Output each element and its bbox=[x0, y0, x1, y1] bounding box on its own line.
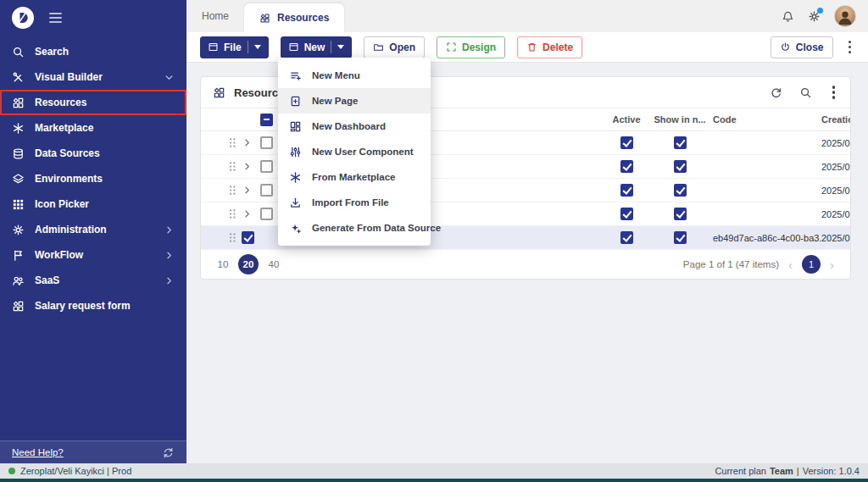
row-checkbox[interactable] bbox=[242, 231, 254, 244]
column-header-active[interactable]: Active bbox=[612, 114, 640, 125]
menu-item-label: New Page bbox=[312, 96, 358, 106]
sidebar-item-label: Environments bbox=[35, 173, 103, 185]
new-page-icon bbox=[289, 95, 302, 108]
expand-row-icon[interactable] bbox=[242, 185, 253, 196]
notifications-button[interactable] bbox=[782, 10, 794, 23]
sidebar-item-workflow[interactable]: WorkFlow bbox=[0, 242, 186, 268]
row-checkbox[interactable] bbox=[260, 136, 273, 149]
show-in-nav-checkbox[interactable] bbox=[674, 184, 687, 197]
previous-page-button[interactable]: ‹ bbox=[784, 258, 797, 272]
menu-item-new-menu[interactable]: New Menu bbox=[278, 63, 431, 88]
sidebar-item-salary-request-form[interactable]: Salary request form bbox=[0, 293, 186, 319]
delete-button-label: Delete bbox=[542, 42, 573, 53]
close-button[interactable]: Close bbox=[771, 36, 833, 58]
page-size-option[interactable]: 20 bbox=[238, 254, 259, 274]
status-divider: | bbox=[797, 466, 799, 476]
active-checkbox[interactable] bbox=[620, 160, 633, 173]
show-in-nav-checkbox[interactable] bbox=[674, 160, 687, 173]
sidebar-item-icon-picker[interactable]: Icon Picker bbox=[0, 191, 186, 217]
open-button[interactable]: Open bbox=[364, 36, 425, 58]
menu-item-label: New Dashboard bbox=[312, 121, 386, 131]
grid-icon bbox=[12, 198, 25, 211]
design-button[interactable]: Design bbox=[437, 36, 505, 58]
row-checkbox[interactable] bbox=[260, 208, 273, 220]
row-checkbox[interactable] bbox=[260, 160, 273, 173]
hamburger-menu-icon[interactable] bbox=[49, 13, 62, 23]
caret-down-icon bbox=[254, 45, 261, 49]
sidebar-item-environments[interactable]: Environments bbox=[0, 166, 186, 191]
tab-resources[interactable]: Resources bbox=[244, 3, 344, 32]
drag-handle-icon[interactable] bbox=[226, 184, 239, 197]
new-button[interactable]: New bbox=[281, 36, 353, 58]
menu-item-label: Generate From Data Source bbox=[312, 223, 441, 233]
dashboard-icon bbox=[289, 120, 302, 133]
status-right: Current plan Team | Version: 1.0.4 bbox=[715, 466, 860, 476]
sidebar-item-label: SaaS bbox=[35, 274, 59, 286]
file-button[interactable]: File bbox=[200, 36, 269, 58]
menu-item-label: From Marketplace bbox=[312, 172, 395, 182]
show-in-nav-checkbox[interactable] bbox=[674, 136, 687, 149]
menu-item-new-page[interactable]: New Page bbox=[278, 88, 431, 114]
active-checkbox[interactable] bbox=[620, 208, 633, 220]
creation-cell: 2025/0 bbox=[821, 162, 850, 172]
column-header-show-in-nav[interactable]: Show in n... bbox=[654, 114, 705, 125]
widgets-icon bbox=[12, 300, 25, 313]
tab-home[interactable]: Home bbox=[186, 0, 244, 32]
drag-handle-icon[interactable] bbox=[226, 208, 239, 220]
select-all-checkbox[interactable] bbox=[260, 114, 273, 126]
column-header-code[interactable]: Code bbox=[706, 114, 821, 125]
chevron-right-icon bbox=[164, 224, 175, 235]
page-size-option[interactable]: 10 bbox=[213, 254, 233, 274]
sidebar-item-marketplace[interactable]: Marketplace bbox=[0, 115, 186, 141]
sidebar-item-search[interactable]: Search bbox=[0, 39, 186, 64]
sparkle-icon bbox=[289, 222, 302, 235]
logo-icon bbox=[14, 9, 31, 26]
sidebar-item-visual-builder[interactable]: Visual Builder bbox=[0, 64, 186, 90]
menu-item-import-from-file[interactable]: Import From File bbox=[278, 190, 431, 215]
row-checkbox[interactable] bbox=[260, 184, 273, 197]
page-number-button[interactable]: 1 bbox=[802, 255, 821, 274]
page-size-option[interactable]: 40 bbox=[264, 254, 284, 274]
sidebar-item-resources[interactable]: Resources bbox=[0, 90, 186, 115]
sidebar-item-data-sources[interactable]: Data Sources bbox=[0, 141, 186, 166]
drag-handle-icon[interactable] bbox=[226, 136, 239, 149]
show-in-nav-checkbox[interactable] bbox=[674, 208, 687, 220]
active-checkbox[interactable] bbox=[620, 136, 633, 149]
design-icon bbox=[446, 42, 457, 53]
menu-item-from-marketplace[interactable]: From Marketplace bbox=[278, 164, 431, 190]
user-avatar[interactable] bbox=[834, 5, 856, 27]
expand-row-icon[interactable] bbox=[242, 137, 253, 148]
show-in-nav-checkbox[interactable] bbox=[674, 231, 687, 244]
drag-handle-icon[interactable] bbox=[226, 160, 239, 173]
pagination-info: Page 1 of 1 (47 items) bbox=[683, 259, 779, 269]
sidebar-item-administration[interactable]: Administration bbox=[0, 217, 186, 242]
gear-icon bbox=[12, 224, 25, 236]
menu-item-generate-from-data-source[interactable]: Generate From Data Source bbox=[278, 215, 431, 241]
expand-row-icon[interactable] bbox=[242, 161, 253, 172]
search-icon[interactable] bbox=[799, 86, 812, 99]
active-checkbox[interactable] bbox=[620, 231, 633, 244]
sidebar-item-saas[interactable]: SaaS bbox=[0, 268, 186, 293]
pagination-bar: 10 20 40 Page 1 of 1 (47 items) ‹ 1 › bbox=[201, 250, 850, 279]
delete-button[interactable]: Delete bbox=[517, 36, 582, 58]
menu-item-new-user-component[interactable]: New User Component bbox=[278, 139, 431, 164]
chevron-right-icon bbox=[164, 250, 175, 261]
sliders-icon bbox=[289, 146, 302, 158]
menu-item-new-dashboard[interactable]: New Dashboard bbox=[278, 114, 431, 139]
refresh-icon[interactable] bbox=[770, 86, 782, 99]
page-number-label: 1 bbox=[809, 259, 814, 269]
active-checkbox[interactable] bbox=[620, 184, 633, 197]
app-logo[interactable] bbox=[12, 7, 34, 29]
panel-menu-button[interactable] bbox=[829, 82, 839, 102]
drag-handle-icon[interactable] bbox=[226, 231, 239, 244]
column-header-creation[interactable]: Creatio bbox=[821, 114, 850, 125]
sidebar-item-label: Salary request form bbox=[35, 300, 131, 312]
settings-button[interactable] bbox=[808, 10, 821, 23]
more-options-button[interactable] bbox=[845, 37, 855, 58]
need-help-link[interactable]: Need Help? bbox=[12, 447, 64, 457]
sync-icon[interactable] bbox=[162, 446, 175, 459]
workspace-label: Zeroplat/Veli Kayikci | Prod bbox=[20, 466, 131, 476]
next-page-button[interactable]: › bbox=[826, 258, 838, 272]
expand-row-icon[interactable] bbox=[242, 208, 253, 219]
creation-cell: 2025/0 bbox=[821, 138, 850, 148]
